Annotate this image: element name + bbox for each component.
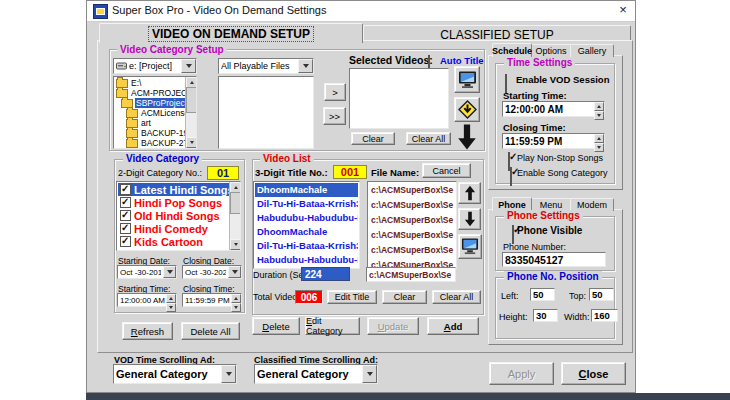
video-path[interactable]: c:\ACMSuperBox\Se [369, 198, 455, 213]
category-item[interactable]: Hindi Comedy [118, 222, 239, 235]
close-button[interactable]: Close [561, 362, 626, 385]
down-arrow-icon [463, 211, 477, 227]
append-down-arrow-icon[interactable] [457, 123, 477, 151]
category-item-selected[interactable]: Latest Hindi Songs [118, 183, 239, 196]
category-no-label: 2-Digit Category No.: [118, 168, 202, 178]
dropdown-arrow-icon[interactable] [221, 365, 236, 383]
phone-position-label: Phone No. Position [504, 271, 602, 282]
checkbox-icon[interactable] [120, 184, 131, 195]
folder-tree[interactable]: E:\ ACM-PROJECTS SBProProjectNEW ACMLice… [113, 76, 197, 149]
scrollbar-thumb[interactable] [230, 192, 241, 214]
scroll-down-icon[interactable] [186, 137, 197, 148]
list-clear-all-button[interactable]: Clear All [432, 290, 481, 304]
spinner-arrows-icon[interactable] [166, 294, 176, 306]
add-button[interactable]: Add [427, 317, 479, 335]
selected-videos-list[interactable] [349, 68, 449, 129]
spinner-arrows-icon[interactable] [231, 294, 241, 306]
video-paths-list[interactable]: c:\ACMSuperBox\Se c:\ACMSuperBox\Se c:\A… [367, 181, 457, 269]
video-path[interactable]: c:\ACMSuperBox\Se [369, 243, 455, 258]
tab-phone[interactable]: Phone [492, 197, 532, 211]
update-button[interactable]: Update [367, 317, 419, 335]
preview-video-button[interactable] [458, 234, 482, 259]
category-item[interactable]: Hindi Pop Songs [118, 196, 239, 209]
closing-date-select[interactable]: Oct -30-2021 [182, 265, 242, 279]
disk-drive-icon [116, 62, 127, 70]
closing-time-spinner[interactable]: 11:59:59 PM [182, 293, 242, 307]
checkbox-icon[interactable] [120, 210, 131, 221]
dropdown-arrow-icon[interactable] [181, 59, 196, 73]
phone-number-field[interactable]: 8335045127 [502, 252, 606, 267]
diamond-down-arrow-icon [457, 99, 478, 120]
move-down-button[interactable] [458, 208, 481, 230]
category-item[interactable]: Kids Cartoon [118, 235, 239, 248]
cancel-button[interactable]: Cancel [422, 163, 471, 178]
classified-ad-select[interactable]: General Category [254, 364, 378, 384]
category-item[interactable]: Old Hindi Songs [118, 209, 239, 222]
dropdown-arrow-icon[interactable] [362, 365, 377, 383]
scroll-down-icon[interactable] [230, 239, 241, 250]
video-category-setup-label: Video Category Setup [117, 44, 227, 55]
tab-options[interactable]: Options [530, 44, 572, 57]
spinner-arrows-icon[interactable] [594, 134, 604, 148]
edit-title-button[interactable]: Edit Title [327, 290, 377, 304]
duration-value[interactable]: 224 [301, 267, 350, 281]
starting-date-select[interactable]: Oct -30-2010 [117, 265, 177, 279]
enable-song-category-label: Enable Song Category [517, 168, 608, 178]
tab-schedule[interactable]: Schedule [492, 43, 532, 57]
up-arrow-icon [463, 185, 477, 201]
category-no-value: 01 [207, 166, 239, 180]
video-path[interactable]: c:\ACMSuperBox\Se [369, 183, 455, 198]
filetype-select[interactable]: All Playable Files [218, 58, 314, 74]
folder-item[interactable]: E:\ [115, 78, 195, 88]
scrollbar-thumb[interactable] [186, 87, 197, 113]
vod-ad-select[interactable]: General Category [113, 364, 237, 384]
selected-clear-all-button[interactable]: Clear All [406, 132, 451, 145]
dropdown-arrow-icon[interactable] [228, 266, 241, 278]
move-all-button[interactable]: >> [323, 107, 346, 125]
drive-select[interactable]: e: [Project] [113, 58, 197, 74]
top-field[interactable]: 50 [589, 288, 614, 301]
preview-monitor-button[interactable] [454, 66, 480, 93]
video-title[interactable]: Dil-Tu-Hi-Bataa-Krrish3 [255, 239, 358, 253]
refresh-button[interactable]: Refresh [122, 322, 173, 340]
move-up-button[interactable] [458, 182, 481, 204]
playable-files-list[interactable] [218, 76, 314, 149]
tab-vod-setup[interactable]: VIDEO ON DEMAND SETUP [99, 23, 363, 43]
delete-all-button[interactable]: Delete All [181, 322, 240, 340]
move-one-button[interactable]: > [324, 83, 346, 101]
selected-clear-button[interactable]: Clear [351, 132, 395, 145]
folder-tree-scrollbar[interactable] [185, 77, 196, 148]
dropdown-arrow-icon[interactable] [298, 59, 313, 73]
video-title[interactable]: Dil-Tu-Hi-Bataa-Krrish3 [255, 197, 358, 211]
enable-song-category-checkbox[interactable] [510, 167, 512, 186]
duration-path-field[interactable]: c:\ACMSuperBox\Se [366, 267, 456, 282]
tab-gallery[interactable]: Gallery [570, 44, 614, 57]
delete-button[interactable]: Delete [252, 317, 300, 335]
height-field[interactable]: 30 [533, 309, 558, 322]
category-checklist[interactable]: Latest Hindi Songs Hindi Pop Songs Old H… [116, 181, 241, 251]
sched-starting-time-spinner[interactable]: 12:00:00 AM [502, 101, 605, 117]
edit-category-button[interactable]: Edit Category [305, 317, 360, 335]
video-title-selected[interactable]: DhoomMachale [255, 183, 358, 197]
checkbox-icon[interactable] [120, 223, 131, 234]
video-title[interactable]: DhoomMachale [255, 225, 358, 239]
video-path[interactable]: c:\ACMSuperBox\Se [369, 213, 455, 228]
video-title[interactable]: Habudubu-Habudubu-Paglu [255, 253, 358, 267]
width-field[interactable]: 160 [591, 309, 618, 322]
video-titles-list[interactable]: DhoomMachale Dil-Tu-Hi-Bataa-Krrish3 Hab… [253, 181, 360, 269]
checkbox-icon[interactable] [120, 197, 131, 208]
video-path[interactable]: c:\ACMSuperBox\Se [369, 228, 455, 243]
category-list-scrollbar[interactable] [229, 182, 240, 250]
dropdown-arrow-icon[interactable] [163, 266, 176, 278]
starting-time-spinner[interactable]: 12:00:00 AM [117, 293, 177, 307]
spinner-arrows-icon[interactable] [594, 102, 604, 116]
sched-closing-time-spinner[interactable]: 11:59:59 PM [502, 133, 605, 149]
list-clear-button[interactable]: Clear [382, 290, 427, 304]
video-title[interactable]: Habudubu-Habudubu-Paglu [255, 211, 358, 225]
left-field[interactable]: 50 [530, 288, 555, 301]
apply-button[interactable]: Apply [489, 362, 554, 385]
folder-item[interactable]: BACKUP-27-02-2020 [115, 138, 195, 148]
queue-diamond-button[interactable] [454, 97, 480, 122]
close-icon[interactable]: × [615, 2, 631, 18]
checkbox-icon[interactable] [120, 236, 131, 247]
